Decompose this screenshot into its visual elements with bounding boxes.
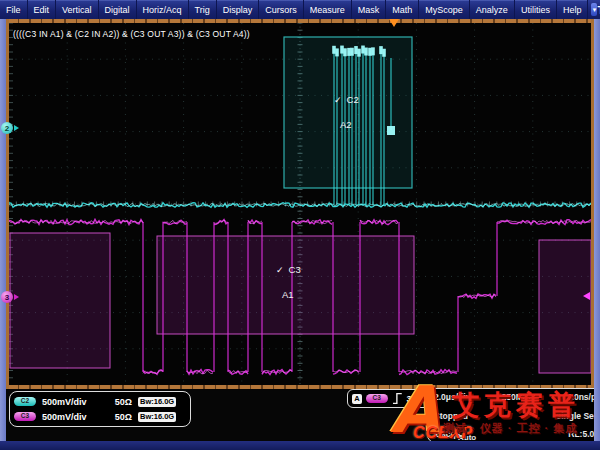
menu-item-edit[interactable]: Edit xyxy=(28,0,57,19)
a2-zone-name: A2 xyxy=(340,119,352,130)
trigger-source-badge: C3 xyxy=(366,394,388,403)
c3-zone-label: ✓ C3 xyxy=(276,264,301,275)
channel-readout-row-c2[interactable]: C2500mV/div50ΩBw:16.0G xyxy=(14,395,186,408)
channel-3-badge: 3 xyxy=(1,291,13,303)
sample-rate-value: 250MS/s xyxy=(502,392,536,402)
menu-item-measure[interactable]: Measure xyxy=(304,0,352,19)
graticule-left-border xyxy=(6,19,9,389)
menu-item-myscope[interactable]: MyScope xyxy=(419,0,470,19)
menu-bar: FileEditVerticalDigitalHoriz/AcqTrigDisp… xyxy=(0,0,600,19)
channel-badge-c3[interactable]: C3 xyxy=(14,412,36,421)
window-bottom-edge xyxy=(0,441,600,450)
check-icon: ✓ xyxy=(276,265,284,275)
channel-2-badge: 2 xyxy=(1,122,13,134)
channel-2-position-marker[interactable]: 2 xyxy=(1,122,19,134)
vertical-scale-value: 500mV/div xyxy=(42,412,100,422)
acquisition-mode: Single Seq xyxy=(556,411,599,421)
vertical-scale-value: 500mV/div xyxy=(42,397,100,407)
channel-3-position-marker[interactable]: 3 xyxy=(1,291,19,303)
menu-item-mask[interactable]: Mask xyxy=(352,0,387,19)
readout-area: C2500mV/div50ΩBw:16.0GC3500mV/div50ΩBw:1… xyxy=(0,389,600,441)
menu-item-cursors[interactable]: Cursors xyxy=(259,0,304,19)
menu-item-help[interactable]: Help xyxy=(557,0,589,19)
channel-readout-row-c3[interactable]: C3500mV/div50ΩBw:16.0G xyxy=(14,410,186,423)
menu-item-file[interactable]: File xyxy=(0,0,28,19)
channel-readout-box[interactable]: C2500mV/div50ΩBw:16.0GC3500mV/div50ΩBw:1… xyxy=(9,391,191,427)
timebase-value: 2.0μs/div xyxy=(434,392,470,402)
trigger-position-marker[interactable] xyxy=(389,19,399,27)
acquisition-count: 1 acqs xyxy=(434,429,460,439)
trigger-level-arrow[interactable] xyxy=(583,292,590,300)
oscilloscope-window: FileEditVerticalDigitalHoriz/AcqTrigDisp… xyxy=(0,0,600,450)
menu-item-math[interactable]: Math xyxy=(386,0,419,19)
acquisition-status: Stopped xyxy=(434,411,468,421)
graticule-area xyxy=(9,23,591,385)
graticule-top-ruler xyxy=(6,19,594,23)
termination-value: 50Ω xyxy=(106,397,132,407)
menu-bar-items: FileEditVerticalDigitalHoriz/AcqTrigDisp… xyxy=(0,0,588,19)
window-right-edge xyxy=(594,19,600,442)
termination-value: 50Ω xyxy=(106,412,132,422)
menu-item-analyze[interactable]: Analyze xyxy=(470,0,515,19)
c3-channel-label: C3 xyxy=(289,264,301,275)
check-icon: ✓ xyxy=(334,95,342,105)
c2-zone-label: ✓ C2 xyxy=(334,94,359,105)
menu-item-vertical[interactable]: Vertical xyxy=(56,0,99,19)
menu-item-utilities[interactable]: Utilities xyxy=(515,0,557,19)
channel-badge-c2[interactable]: C2 xyxy=(14,397,36,406)
window-left-edge xyxy=(0,19,6,442)
a1-zone-name: A1 xyxy=(282,289,294,300)
trigger-a-icon: A xyxy=(352,394,362,404)
c2-channel-label: C2 xyxy=(347,94,359,105)
bandwidth-chip: Bw:16.0G xyxy=(138,412,176,422)
arrow-right-icon xyxy=(14,125,19,131)
rising-edge-icon xyxy=(392,392,403,405)
bandwidth-chip: Bw:16.0G xyxy=(138,397,176,407)
math-expression-label: ((((C3 IN A1) & (C2 IN A2)) & (C3 OUT A3… xyxy=(13,29,250,39)
menu-item-display[interactable]: Display xyxy=(217,0,260,19)
menu-item-digital[interactable]: Digital xyxy=(99,0,137,19)
horizontal-readout-box[interactable]: 2.0μs/div 250MS/s 4.0ns/pt Stopped Singl… xyxy=(427,388,600,443)
menu-item-trig[interactable]: Trig xyxy=(189,0,217,19)
menu-item-horizacq[interactable]: Horiz/Acq xyxy=(137,0,189,19)
arrow-right-icon xyxy=(14,294,19,300)
